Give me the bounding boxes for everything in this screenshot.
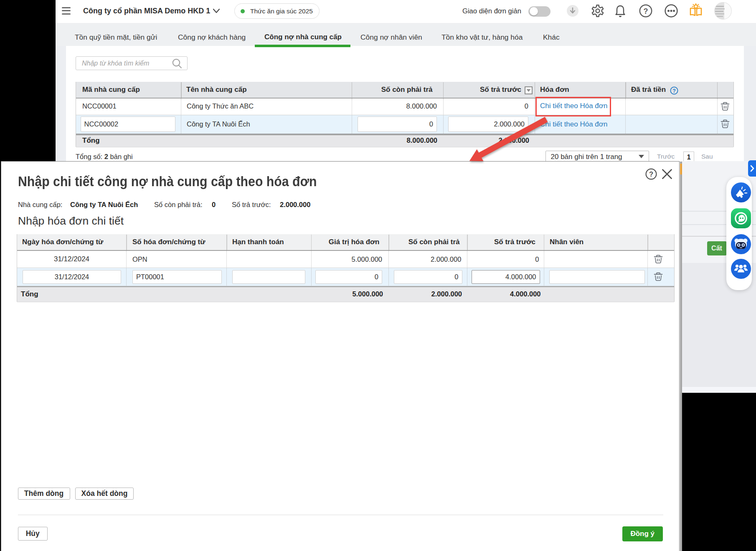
svg-text:?: ?	[649, 170, 653, 178]
svg-text:?: ?	[672, 88, 676, 94]
svg-text:?: ?	[644, 7, 648, 15]
